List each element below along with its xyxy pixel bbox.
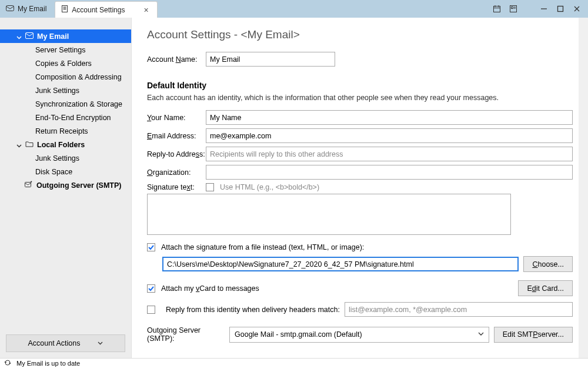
outgoing-server-value: Google Mail - smtp.gmail.com (Default) (235, 330, 362, 339)
sidebar-local-folders-label: Local Folders (37, 141, 85, 149)
signature-file-input[interactable] (162, 257, 519, 271)
choose-file-button[interactable]: Choose... (523, 256, 573, 272)
sidebar-item-return-receipts[interactable]: Return Receipts (0, 124, 131, 138)
account-name-row: Account Name: (147, 52, 573, 67)
sidebar-item-disk-space[interactable]: Disk Space (0, 165, 131, 178)
signature-text-row: Signature text: Use HTML (e.g., <b>bold<… (147, 183, 573, 191)
maximize-button[interactable] (556, 5, 564, 13)
sidebar-item-junk[interactable]: Junk Settings (0, 84, 131, 97)
attach-vcard-row: Attach my vCard to messages Edit Card... (147, 280, 573, 296)
sidebar-outgoing-label: Outgoing Server (SMTP) (36, 181, 121, 190)
reply-headers-checkbox[interactable] (147, 306, 155, 314)
your-name-input[interactable] (206, 110, 573, 125)
outgoing-server-select[interactable]: Google Mail - smtp.gmail.com (Default) (229, 327, 489, 343)
account-name-input[interactable] (206, 52, 335, 67)
outgoing-icon (25, 181, 33, 190)
edit-card-button[interactable]: Edit Card... (518, 280, 573, 296)
reply-to-row: Reply-to Address: (147, 147, 573, 161)
sidebar-item-copies-folders[interactable]: Copies & Folders (0, 57, 131, 70)
attach-file-checkbox[interactable] (147, 243, 155, 251)
attach-vcard-checkbox[interactable] (147, 284, 155, 293)
sidebar-account-my-email[interactable]: My Email (0, 29, 131, 43)
organization-row: Organization: (147, 165, 573, 180)
settings-doc-icon (61, 5, 68, 14)
attach-vcard-label: Attach my vCard to messages (161, 284, 259, 293)
sidebar-outgoing-smtp[interactable]: Outgoing Server (SMTP) (0, 178, 131, 192)
tab-mail[interactable]: My Email (0, 0, 55, 18)
minimize-button[interactable] (540, 5, 548, 13)
svg-rect-10 (512, 7, 513, 9)
organization-label: Organization: (147, 168, 206, 177)
folder-icon (25, 141, 34, 149)
signature-text-label: Signature text: (147, 183, 206, 191)
identity-desc: Each account has an identity, which is t… (147, 94, 573, 102)
sidebar-account-label: My Email (37, 32, 69, 41)
tab-mail-label: My Email (18, 5, 46, 13)
reply-to-input[interactable] (206, 147, 573, 161)
email-label: Email Address: (147, 132, 206, 140)
svg-rect-1 (62, 6, 68, 12)
outgoing-server-label: Outgoing Server (SMTP): (147, 326, 225, 343)
chevron-down-icon (478, 330, 484, 339)
identity-heading: Default Identity (147, 81, 573, 90)
your-name-row: Your Name: (147, 110, 573, 125)
svg-rect-5 (494, 6, 500, 12)
sidebar-local-folders[interactable]: Local Folders (0, 138, 131, 151)
attach-file-row: Attach the signature from a file instead… (147, 243, 573, 251)
sidebar-item-composition[interactable]: Composition & Addressing (0, 70, 131, 84)
reply-headers-input[interactable] (345, 302, 573, 317)
signature-textarea[interactable] (147, 194, 511, 235)
sidebar-item-local-junk[interactable]: Junk Settings (0, 151, 131, 165)
page-title: Account Settings - <My Email> (147, 28, 573, 41)
mail-icon (6, 5, 14, 14)
email-row: Email Address: (147, 128, 573, 143)
edit-smtp-button[interactable]: Edit SMTP server... (494, 327, 573, 343)
envelope-icon (25, 32, 34, 41)
calendar-icon[interactable] (493, 5, 501, 13)
sync-icon (4, 360, 12, 367)
sidebar-item-sync-storage[interactable]: Synchronization & Storage (0, 97, 131, 111)
status-bar: My Email is up to date (0, 358, 588, 368)
title-bar: My Email Account Settings × (0, 0, 588, 18)
organization-input[interactable] (206, 165, 573, 180)
attach-file-label: Attach the signature from a file instead… (161, 243, 364, 251)
content-pane: Account Settings - <My Email> Account Na… (132, 18, 588, 358)
status-text: My Email is up to date (16, 360, 80, 367)
chevron-down-icon (98, 339, 103, 347)
chevron-down-icon (16, 34, 22, 39)
signature-file-row: Choose... (162, 256, 573, 272)
your-name-label: Your Name: (147, 114, 206, 122)
email-input[interactable] (206, 128, 573, 143)
sidebar-item-e2e[interactable]: End-To-End Encryption (0, 111, 131, 124)
svg-rect-0 (6, 5, 14, 11)
tab-settings-label: Account Settings (72, 6, 125, 14)
account-name-label: Account Name: (147, 55, 206, 64)
use-html-label: Use HTML (e.g., <b>bold</b>) (220, 183, 319, 191)
sidebar-item-server-settings[interactable]: Server Settings (0, 43, 131, 57)
outgoing-server-row: Outgoing Server (SMTP): Google Mail - sm… (147, 326, 573, 343)
reply-headers-row: Reply from this identity when delivery h… (147, 302, 573, 317)
chevron-down-icon (16, 142, 22, 147)
tasks-icon[interactable] (509, 5, 517, 13)
close-window-button[interactable] (573, 5, 581, 13)
use-html-checkbox[interactable] (206, 183, 214, 191)
sidebar: My Email Server Settings Copies & Folder… (0, 18, 132, 358)
account-tree: My Email Server Settings Copies & Folder… (0, 29, 131, 331)
svg-rect-14 (558, 6, 563, 12)
close-tab-icon[interactable]: × (143, 5, 148, 15)
account-actions-label: Account Actions (28, 339, 81, 347)
account-actions-button[interactable]: Account Actions (6, 334, 125, 352)
reply-to-label: Reply-to Address: (147, 150, 206, 158)
titlebar-buttons (493, 0, 588, 18)
reply-headers-label: Reply from this identity when delivery h… (166, 306, 340, 314)
tab-account-settings[interactable]: Account Settings × (55, 1, 157, 18)
